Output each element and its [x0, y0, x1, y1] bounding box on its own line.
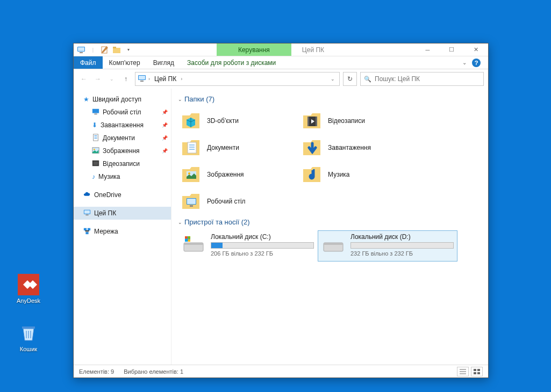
svg-rect-12 [94, 113, 97, 114]
status-selected-count: Вибрано елементів: 1 [124, 368, 183, 375]
folder-label: Відеозаписи [328, 117, 365, 125]
svg-rect-10 [140, 81, 144, 82]
svg-rect-26 [316, 117, 317, 126]
anydesk-icon [18, 274, 39, 295]
large-icons-view-button[interactable] [471, 367, 483, 376]
drive-free-text: 232 ГБ вільно з 232 ГБ [350, 250, 454, 257]
folder-documents[interactable]: Документи [178, 134, 299, 161]
sidebar-item-this-pc[interactable]: Цей ПК [74, 207, 171, 220]
svg-rect-27 [188, 142, 196, 153]
sidebar-item-documents[interactable]: Документи 📌 [74, 132, 171, 144]
drive-d[interactable]: Локальний диск (D:) 232 ГБ вільно з 232 … [318, 230, 457, 262]
sidebar-item-music[interactable]: ♪ Музика [74, 170, 171, 183]
address-history-icon[interactable]: ⌄ [328, 76, 337, 82]
details-view-button[interactable] [457, 367, 469, 376]
tab-view[interactable]: Вигляд [147, 56, 181, 69]
group-header-drives[interactable]: ⌄ Пристрої та носії (2) [178, 218, 482, 226]
pin-icon: 📌 [162, 110, 168, 115]
search-input[interactable] [375, 75, 480, 83]
svg-rect-20 [85, 214, 88, 215]
folder-videos[interactable]: Відеозаписи [299, 107, 420, 134]
desktop-icon-recycle-bin[interactable]: Кошик [10, 322, 47, 352]
tab-drive-tools[interactable]: Засоби для роботи з дисками [181, 56, 282, 69]
folder-3d-objects[interactable]: 3D-об'єкти [178, 107, 299, 134]
svg-rect-32 [190, 205, 193, 207]
svg-rect-11 [92, 108, 99, 113]
search-box[interactable]: 🔍 [360, 72, 484, 86]
drives-grid: Локальний диск (C:) 206 ГБ вільно з 232 … [178, 230, 482, 262]
sidebar-item-pictures[interactable]: Зображення 📌 [74, 144, 171, 157]
sidebar-item-downloads[interactable]: ⬇ Завантаження 📌 [74, 119, 171, 132]
folder-label: Завантаження [328, 144, 371, 151]
drive-c[interactable]: Локальний диск (C:) 206 ГБ вільно з 232 … [178, 230, 318, 262]
videos-icon [301, 110, 323, 132]
chevron-right-icon[interactable]: › [148, 76, 150, 82]
back-button[interactable]: ← [78, 73, 90, 85]
search-icon: 🔍 [364, 76, 371, 83]
sidebar-item-network[interactable]: Мережа [74, 225, 171, 238]
videos-folder-icon [92, 159, 99, 169]
folder-pictures[interactable]: Зображення [178, 161, 299, 188]
quick-access-icon: ★ [83, 96, 89, 103]
folder-music[interactable]: Музика [299, 161, 420, 188]
svg-rect-45 [477, 372, 480, 374]
chevron-right-icon[interactable]: › [181, 76, 182, 82]
svg-rect-13 [94, 134, 98, 140]
content-pane: ⌄ Папки (7) 3D-об'єкти Відеозаписи Докум… [171, 89, 488, 365]
svg-rect-6 [113, 48, 120, 53]
refresh-button[interactable]: ↻ [343, 72, 357, 86]
ribbon-tabs: Файл Комп'ютер Вигляд Засоби для роботи … [74, 56, 488, 69]
qat-separator: | [89, 46, 97, 54]
qat-customize-icon[interactable]: ▾ [124, 46, 133, 54]
address-bar[interactable]: › Цей ПК › ⌄ [135, 72, 340, 86]
pin-icon: 📌 [162, 122, 168, 128]
desktop-icon-anydesk[interactable]: AnyDesk [10, 274, 47, 304]
recent-locations-button[interactable]: ⌄ [106, 73, 118, 85]
chevron-down-icon: ⌄ [178, 220, 182, 225]
properties-icon[interactable] [101, 46, 109, 54]
drive-name: Локальний диск (D:) [350, 233, 454, 241]
tab-file[interactable]: Файл [74, 56, 103, 69]
tab-computer[interactable]: Комп'ютер [103, 56, 147, 69]
chevron-down-icon: ⌄ [178, 97, 182, 102]
up-button[interactable]: ↑ [120, 73, 132, 85]
documents-icon [180, 137, 202, 158]
svg-rect-34 [184, 243, 203, 245]
this-pc-icon [138, 74, 146, 84]
svg-rect-9 [139, 76, 145, 79]
contextual-tab-header: Керування [217, 43, 291, 56]
ribbon-expand-icon[interactable]: ⌄ [462, 60, 467, 66]
drive-usage-bar [350, 242, 454, 249]
group-header-folders[interactable]: ⌄ Папки (7) [178, 95, 482, 103]
folder-desktop[interactable]: Робочий стіл [178, 188, 299, 215]
this-pc-icon[interactable] [77, 46, 85, 54]
status-bar: Елементів: 9 Вибрано елементів: 1 [74, 365, 488, 378]
svg-rect-36 [185, 236, 188, 239]
sidebar-item-desktop[interactable]: Робочий стіл 📌 [74, 106, 171, 119]
svg-rect-25 [307, 117, 309, 126]
maximize-button[interactable]: ☐ [440, 43, 464, 56]
close-button[interactable]: ✕ [464, 43, 488, 56]
svg-rect-42 [474, 369, 476, 371]
forward-button[interactable]: → [92, 73, 104, 85]
help-icon[interactable]: ? [472, 59, 481, 67]
quick-access-toolbar: | ▾ [74, 43, 136, 56]
folder-downloads[interactable]: Завантаження [299, 134, 420, 161]
drive-name: Локальний диск (C:) [211, 233, 314, 241]
folder-label: Робочий стіл [207, 198, 246, 205]
breadcrumb-segment[interactable]: Цей ПК [152, 74, 178, 84]
svg-point-15 [94, 148, 95, 150]
sidebar-item-videos[interactable]: Відеозаписи [74, 157, 171, 170]
svg-rect-3 [78, 47, 84, 51]
svg-rect-19 [84, 210, 90, 213]
nav-pane: ★ Швидкий доступ Робочий стіл 📌 ⬇ Завант… [74, 89, 171, 365]
svg-rect-37 [188, 236, 191, 239]
new-folder-icon[interactable] [112, 46, 121, 54]
svg-rect-17 [94, 161, 98, 165]
minimize-button[interactable]: ─ [416, 43, 440, 56]
window-title: Цей ПК [291, 43, 335, 56]
drive-usage-bar [211, 242, 314, 249]
pictures-folder-icon [92, 147, 99, 156]
sidebar-item-onedrive[interactable]: OneDrive [74, 188, 171, 201]
sidebar-item-quick-access[interactable]: ★ Швидкий доступ [74, 93, 171, 106]
